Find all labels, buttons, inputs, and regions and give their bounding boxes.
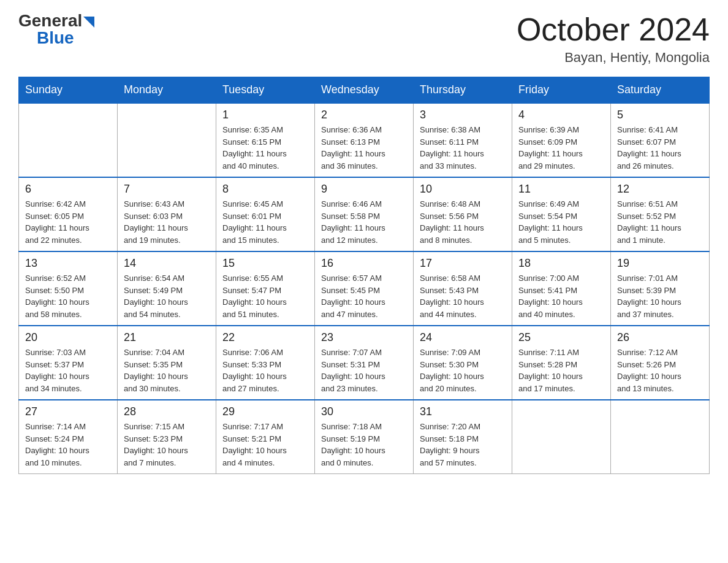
day-number: 19	[617, 257, 703, 270]
day-number: 18	[518, 257, 604, 270]
day-info: Sunrise: 6:41 AMSunset: 6:07 PMDaylight:…	[617, 124, 703, 172]
weekday-header-friday: Friday	[512, 77, 611, 104]
calendar-cell: 2Sunrise: 6:36 AMSunset: 6:13 PMDaylight…	[315, 103, 414, 177]
location: Bayan, Hentiy, Mongolia	[517, 50, 710, 66]
calendar-cell: 8Sunrise: 6:45 AMSunset: 6:01 PMDaylight…	[216, 177, 315, 251]
calendar-cell: 3Sunrise: 6:38 AMSunset: 6:11 PMDaylight…	[414, 103, 512, 177]
calendar-cell: 24Sunrise: 7:09 AMSunset: 5:30 PMDayligh…	[414, 326, 512, 400]
day-number: 28	[124, 405, 210, 418]
week-row-3: 13Sunrise: 6:52 AMSunset: 5:50 PMDayligh…	[19, 251, 710, 326]
title-section: October 2024 Bayan, Hentiy, Mongolia	[517, 12, 710, 66]
calendar-cell: 19Sunrise: 7:01 AMSunset: 5:39 PMDayligh…	[611, 251, 710, 326]
day-info: Sunrise: 7:04 AMSunset: 5:35 PMDaylight:…	[124, 347, 210, 394]
calendar-cell: 30Sunrise: 7:18 AMSunset: 5:19 PMDayligh…	[315, 400, 414, 474]
weekday-header-tuesday: Tuesday	[216, 77, 315, 104]
day-number: 7	[124, 183, 210, 196]
weekday-header-row: SundayMondayTuesdayWednesdayThursdayFrid…	[19, 77, 710, 104]
day-info: Sunrise: 7:00 AMSunset: 5:41 PMDaylight:…	[518, 272, 604, 320]
day-info: Sunrise: 7:18 AMSunset: 5:19 PMDaylight:…	[321, 421, 407, 469]
calendar-cell: 16Sunrise: 6:57 AMSunset: 5:45 PMDayligh…	[315, 251, 414, 326]
day-number: 1	[222, 109, 308, 121]
day-number: 17	[420, 257, 506, 270]
logo-blue: Blue	[37, 29, 74, 47]
calendar-cell: 17Sunrise: 6:58 AMSunset: 5:43 PMDayligh…	[414, 251, 512, 326]
calendar-cell: 21Sunrise: 7:04 AMSunset: 5:35 PMDayligh…	[118, 326, 216, 400]
day-number: 21	[124, 331, 210, 344]
calendar-cell: 20Sunrise: 7:03 AMSunset: 5:37 PMDayligh…	[19, 326, 118, 400]
day-number: 5	[617, 109, 703, 121]
calendar-cell: 13Sunrise: 6:52 AMSunset: 5:50 PMDayligh…	[19, 251, 118, 326]
weekday-header-sunday: Sunday	[19, 77, 118, 104]
day-info: Sunrise: 6:48 AMSunset: 5:56 PMDaylight:…	[420, 198, 506, 246]
day-info: Sunrise: 6:35 AMSunset: 6:15 PMDaylight:…	[222, 124, 308, 172]
day-number: 27	[25, 405, 111, 418]
week-row-5: 27Sunrise: 7:14 AMSunset: 5:24 PMDayligh…	[19, 400, 710, 474]
calendar-cell: 1Sunrise: 6:35 AMSunset: 6:15 PMDaylight…	[216, 103, 315, 177]
day-info: Sunrise: 6:36 AMSunset: 6:13 PMDaylight:…	[321, 124, 407, 172]
day-number: 12	[617, 183, 703, 196]
calendar-cell: 26Sunrise: 7:12 AMSunset: 5:26 PMDayligh…	[611, 326, 710, 400]
day-info: Sunrise: 7:11 AMSunset: 5:28 PMDaylight:…	[518, 347, 604, 394]
day-number: 3	[420, 109, 506, 121]
calendar-cell: 9Sunrise: 6:46 AMSunset: 5:58 PMDaylight…	[315, 177, 414, 251]
calendar-cell: 12Sunrise: 6:51 AMSunset: 5:52 PMDayligh…	[611, 177, 710, 251]
svg-marker-0	[83, 17, 94, 28]
day-number: 30	[321, 405, 407, 418]
calendar-cell: 4Sunrise: 6:39 AMSunset: 6:09 PMDaylight…	[512, 103, 611, 177]
calendar-cell: 7Sunrise: 6:43 AMSunset: 6:03 PMDaylight…	[118, 177, 216, 251]
calendar-cell	[611, 400, 710, 474]
day-number: 14	[124, 257, 210, 270]
day-info: Sunrise: 7:06 AMSunset: 5:33 PMDaylight:…	[222, 347, 308, 394]
day-number: 25	[518, 331, 604, 344]
day-number: 13	[25, 257, 111, 270]
calendar-cell: 18Sunrise: 7:00 AMSunset: 5:41 PMDayligh…	[512, 251, 611, 326]
day-number: 15	[222, 257, 308, 270]
calendar-cell	[512, 400, 611, 474]
week-row-2: 6Sunrise: 6:42 AMSunset: 6:05 PMDaylight…	[19, 177, 710, 251]
calendar-cell	[19, 103, 118, 177]
day-info: Sunrise: 6:55 AMSunset: 5:47 PMDaylight:…	[222, 272, 308, 320]
calendar-cell: 27Sunrise: 7:14 AMSunset: 5:24 PMDayligh…	[19, 400, 118, 474]
day-info: Sunrise: 6:52 AMSunset: 5:50 PMDaylight:…	[25, 272, 111, 320]
day-info: Sunrise: 6:46 AMSunset: 5:58 PMDaylight:…	[321, 198, 407, 246]
day-info: Sunrise: 7:07 AMSunset: 5:31 PMDaylight:…	[321, 347, 407, 394]
weekday-header-thursday: Thursday	[414, 77, 512, 104]
day-info: Sunrise: 7:15 AMSunset: 5:23 PMDaylight:…	[124, 421, 210, 469]
day-info: Sunrise: 6:43 AMSunset: 6:03 PMDaylight:…	[124, 198, 210, 246]
day-number: 6	[25, 183, 111, 196]
calendar-table: SundayMondayTuesdayWednesdayThursdayFrid…	[18, 77, 710, 474]
day-number: 16	[321, 257, 407, 270]
day-number: 10	[420, 183, 506, 196]
logo-triangle-icon	[83, 17, 94, 28]
logo: General Blue	[18, 12, 94, 47]
day-info: Sunrise: 6:39 AMSunset: 6:09 PMDaylight:…	[518, 124, 604, 172]
calendar-cell: 10Sunrise: 6:48 AMSunset: 5:56 PMDayligh…	[414, 177, 512, 251]
calendar-cell: 5Sunrise: 6:41 AMSunset: 6:07 PMDaylight…	[611, 103, 710, 177]
calendar-cell	[118, 103, 216, 177]
weekday-header-wednesday: Wednesday	[315, 77, 414, 104]
day-info: Sunrise: 6:38 AMSunset: 6:11 PMDaylight:…	[420, 124, 506, 172]
calendar-cell: 6Sunrise: 6:42 AMSunset: 6:05 PMDaylight…	[19, 177, 118, 251]
day-number: 9	[321, 183, 407, 196]
week-row-4: 20Sunrise: 7:03 AMSunset: 5:37 PMDayligh…	[19, 326, 710, 400]
day-number: 20	[25, 331, 111, 344]
day-number: 29	[222, 405, 308, 418]
weekday-header-saturday: Saturday	[611, 77, 710, 104]
day-number: 11	[518, 183, 604, 196]
page-header: General Blue October 2024 Bayan, Hentiy,…	[18, 12, 710, 66]
calendar-cell: 22Sunrise: 7:06 AMSunset: 5:33 PMDayligh…	[216, 326, 315, 400]
day-info: Sunrise: 7:01 AMSunset: 5:39 PMDaylight:…	[617, 272, 703, 320]
day-info: Sunrise: 6:51 AMSunset: 5:52 PMDaylight:…	[617, 198, 703, 246]
logo-general: General	[18, 12, 82, 29]
day-info: Sunrise: 7:09 AMSunset: 5:30 PMDaylight:…	[420, 347, 506, 394]
day-info: Sunrise: 7:17 AMSunset: 5:21 PMDaylight:…	[222, 421, 308, 469]
week-row-1: 1Sunrise: 6:35 AMSunset: 6:15 PMDaylight…	[19, 103, 710, 177]
day-number: 23	[321, 331, 407, 344]
day-info: Sunrise: 6:49 AMSunset: 5:54 PMDaylight:…	[518, 198, 604, 246]
calendar-cell: 23Sunrise: 7:07 AMSunset: 5:31 PMDayligh…	[315, 326, 414, 400]
day-number: 4	[518, 109, 604, 121]
day-number: 2	[321, 109, 407, 121]
month-title: October 2024	[517, 12, 710, 47]
calendar-cell: 29Sunrise: 7:17 AMSunset: 5:21 PMDayligh…	[216, 400, 315, 474]
day-number: 24	[420, 331, 506, 344]
